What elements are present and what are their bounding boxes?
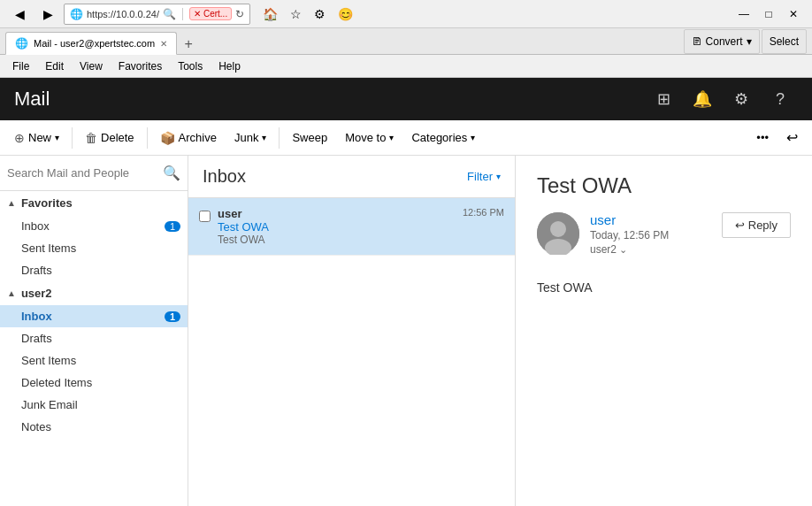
more-button[interactable]: •••	[749, 124, 776, 152]
convert-chevron-icon: ▾	[747, 35, 752, 48]
reading-header: user Today, 12:56 PM user2 ⌄ ↩ Reply	[537, 212, 791, 256]
close-button[interactable]: ✕	[782, 5, 805, 23]
sidebar-item-favorites-inbox[interactable]: Inbox 1	[0, 215, 188, 237]
reading-date: Today, 12:56 PM	[590, 229, 711, 242]
expand-recipients-icon[interactable]: ⌄	[619, 244, 627, 255]
categories-chevron-icon: ▾	[471, 133, 475, 142]
email-time-0: 12:56 PM	[463, 207, 504, 218]
favorites-inbox-badge: 1	[165, 221, 180, 232]
bell-icon-button[interactable]: 🔔	[685, 78, 720, 120]
email-checkbox-0[interactable]	[199, 211, 211, 222]
menu-tools[interactable]: Tools	[171, 58, 210, 74]
refresh-button[interactable]: ↻	[235, 8, 244, 20]
menu-favorites[interactable]: Favorites	[111, 58, 169, 74]
title-bar: ◀ ▶ 🌐 https://10.0.0.24/ 🔍 ✕ Cert... ↻ 🏠…	[0, 0, 812, 28]
gear-icon-button[interactable]: ⚙	[724, 78, 759, 120]
tab-globe-icon: 🌐	[15, 37, 28, 50]
select-button[interactable]: Select	[762, 29, 807, 54]
content-wrapper: 🔍 ▲ Favorites Inbox 1 Sent Items Drafts …	[0, 156, 812, 506]
help-icon-button[interactable]: ?	[762, 78, 798, 120]
avatar-svg	[537, 212, 579, 255]
junk-button[interactable]: Junk ▾	[227, 124, 273, 152]
sidebar-item-favorites-sent[interactable]: Sent Items	[0, 237, 188, 259]
menu-bar: File Edit View Favorites Tools Help	[0, 55, 812, 78]
moveto-chevron-icon: ▾	[389, 133, 394, 142]
favorites-collapse-icon: ▲	[7, 198, 16, 208]
tab-mail[interactable]: 🌐 Mail - user2@xpertstec.com ✕	[5, 32, 177, 55]
sidebar-item-drafts[interactable]: Drafts	[0, 327, 188, 349]
star-button[interactable]: ☆	[285, 5, 307, 23]
sidebar-item-inbox[interactable]: Inbox 1	[0, 305, 188, 327]
menu-file[interactable]: File	[5, 58, 36, 74]
toolbar-divider-2	[147, 127, 148, 149]
maximize-button[interactable]: □	[757, 5, 780, 23]
new-icon: ⊕	[14, 131, 25, 145]
title-bar-right: — □ ✕	[732, 5, 805, 23]
search-box: 🔍	[0, 156, 188, 191]
app-header: Mail ⊞ 🔔 ⚙ ?	[0, 78, 812, 120]
back-button[interactable]: ◀	[7, 2, 32, 27]
email-sender-0: user	[218, 207, 456, 220]
sidebar: 🔍 ▲ Favorites Inbox 1 Sent Items Drafts …	[0, 156, 188, 506]
email-content-0: user Test OWA Test OWA	[218, 207, 456, 246]
menu-help[interactable]: Help	[211, 58, 248, 74]
reading-meta: user Today, 12:56 PM user2 ⌄	[590, 212, 711, 256]
menu-items: File Edit View Favorites Tools Help	[5, 58, 248, 74]
favorites-section: ▲ Favorites Inbox 1 Sent Items Drafts	[0, 191, 188, 281]
settings-button[interactable]: ⚙	[309, 5, 331, 23]
move-to-button[interactable]: Move to ▾	[338, 124, 401, 152]
search-input[interactable]	[7, 166, 157, 180]
inbox-badge: 1	[165, 311, 180, 322]
address-text: https://10.0.0.24/	[87, 9, 159, 19]
sidebar-item-junk[interactable]: Junk Email	[0, 394, 188, 416]
junk-chevron-icon: ▾	[262, 133, 266, 142]
app-title: Mail	[14, 88, 50, 111]
smiley-button[interactable]: 😊	[333, 5, 358, 23]
search-icon: 🔍	[163, 8, 176, 20]
grid-icon-button[interactable]: ⊞	[646, 78, 681, 120]
archive-button[interactable]: 📦 Archive	[153, 124, 224, 152]
address-bar[interactable]: 🌐 https://10.0.0.24/ 🔍 ✕ Cert... ↻	[64, 4, 250, 25]
menu-edit[interactable]: Edit	[38, 58, 71, 74]
app-header-icons: ⊞ 🔔 ⚙ ?	[646, 78, 798, 120]
tab-close-icon[interactable]: ✕	[160, 39, 167, 49]
svg-point-1	[550, 221, 566, 237]
categories-button[interactable]: Categories ▾	[404, 124, 482, 152]
sidebar-item-favorites-drafts[interactable]: Drafts	[0, 259, 188, 281]
reply-button[interactable]: ↩ Reply	[722, 212, 791, 238]
delete-button[interactable]: 🗑 Delete	[78, 124, 142, 152]
reading-from: user	[590, 212, 711, 227]
filter-button[interactable]: Filter ▾	[467, 170, 501, 183]
cert-badge: ✕ Cert...	[189, 7, 232, 20]
sidebar-item-notes[interactable]: Notes	[0, 416, 188, 438]
tab-label: Mail - user2@xpertstec.com	[34, 38, 155, 49]
reading-pane: Test OWA user Today, 12:56 PM user2 ⌄ ↩	[516, 156, 812, 506]
tab-bar: 🌐 Mail - user2@xpertstec.com ✕ + 🖹 Conve…	[0, 28, 812, 55]
home-button[interactable]: 🏠	[257, 5, 283, 23]
sweep-button[interactable]: Sweep	[285, 124, 334, 152]
forward-button[interactable]: ▶	[35, 2, 60, 27]
sidebar-item-deleted[interactable]: Deleted Items	[0, 372, 188, 394]
email-list-panel: Inbox Filter ▾ user Test OWA Test OWA 12…	[188, 156, 516, 506]
new-chevron-icon: ▾	[55, 133, 59, 142]
convert-button[interactable]: 🖹 Convert ▾	[684, 29, 760, 54]
search-icon[interactable]: 🔍	[163, 165, 180, 181]
toolbar-divider-1	[72, 127, 73, 149]
minimize-button[interactable]: —	[732, 5, 755, 23]
menu-view[interactable]: View	[73, 58, 110, 74]
filter-chevron-icon: ▾	[496, 172, 501, 181]
favorites-header[interactable]: ▲ Favorites	[0, 191, 188, 215]
email-item-0[interactable]: user Test OWA Test OWA 12:56 PM	[188, 198, 515, 256]
archive-icon: 📦	[160, 131, 175, 145]
sidebar-item-sent[interactable]: Sent Items	[0, 349, 188, 372]
user-collapse-icon: ▲	[7, 288, 16, 298]
reply-icon: ↩	[735, 218, 745, 232]
avatar	[537, 212, 579, 255]
new-tab-button[interactable]: +	[179, 34, 198, 54]
undo-button[interactable]: ↩	[779, 124, 805, 152]
user-header[interactable]: ▲ user2	[0, 281, 188, 305]
toolbar: ⊕ New ▾ 🗑 Delete 📦 Archive Junk ▾ Sweep …	[0, 120, 812, 156]
new-button[interactable]: ⊕ New ▾	[7, 124, 66, 152]
reading-subject: Test OWA	[537, 173, 791, 198]
convert-icon: 🖹	[692, 35, 702, 48]
